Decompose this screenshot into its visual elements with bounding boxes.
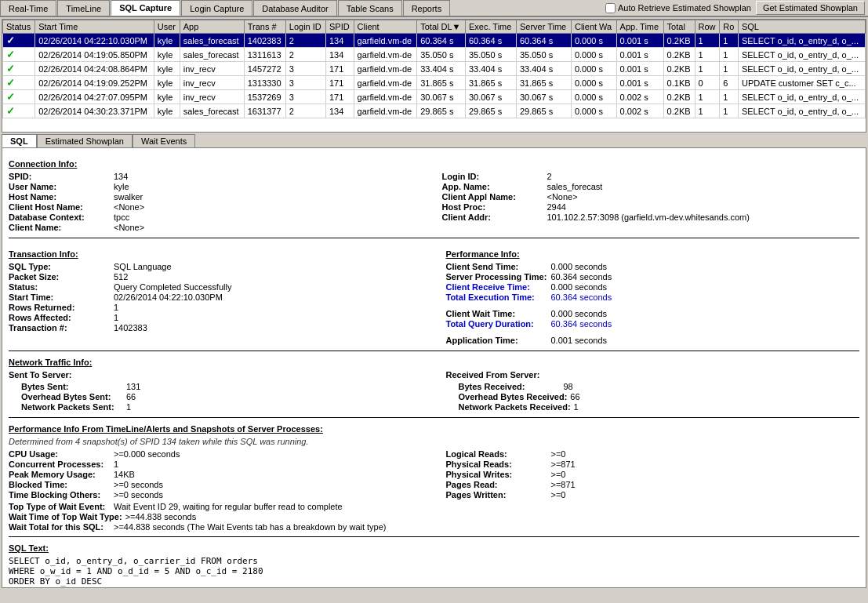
client-addr-value: 101.102.2.57:3098 (garfield.vm-dev.white… [547, 213, 750, 222]
bytes-sent-value: 131 [126, 382, 140, 391]
status-icon: ✓ [6, 77, 15, 89]
col-client[interactable]: Client [354, 20, 417, 34]
auto-retrieve-checkbox[interactable] [605, 3, 616, 13]
network-packets-received-label: Network Packets Received: [459, 402, 571, 412]
col-app-time[interactable]: App. Time [616, 20, 663, 34]
col-app[interactable]: App [180, 20, 244, 34]
concurrent-procs-label: Concurrent Processes: [9, 460, 111, 469]
col-spid[interactable]: SPID [326, 20, 354, 34]
tab-timeline[interactable]: TimeLine [57, 0, 110, 16]
table-row[interactable]: ✓ 02/26/2014 04:30:23.371PM kyle sales_f… [3, 104, 866, 118]
transaction-label: Transaction #: [9, 323, 111, 332]
physical-writes-label: Physical Writes: [446, 470, 548, 479]
db-context-label: Database Context: [9, 213, 111, 222]
col-total-dl[interactable]: Total DL▼ [417, 20, 466, 34]
perf-snapshots-desc: Determined from 4 snapshot(s) of SPID 13… [9, 437, 859, 446]
overhead-bytes-sent-value: 66 [126, 392, 136, 401]
rows-returned-value: 1 [114, 303, 118, 312]
status-icon: ✓ [6, 63, 15, 74]
pages-read-value: >=871 [551, 480, 576, 489]
client-wait-label: Client Wait Time: [446, 309, 548, 318]
client-host-name-value: <None> [114, 202, 144, 212]
col-exec-time[interactable]: Exec. Time [465, 20, 516, 34]
col-sql[interactable]: SQL [738, 20, 865, 34]
tab-database-auditor[interactable]: Database Auditor [253, 0, 336, 16]
auto-retrieve-label[interactable]: Auto Retrieve Estimated Showplan [605, 3, 751, 13]
status-icon: ✓ [6, 49, 15, 60]
col-status[interactable]: Status [3, 20, 35, 34]
pages-read-label: Pages Read: [446, 480, 548, 489]
wait-total-label: Wait Total for this SQL: [9, 522, 111, 532]
sql-line2: WHERE o_w_id = 1 AND o_d_id = 5 AND o_c_… [9, 566, 859, 576]
status-icon: ✓ [6, 35, 15, 46]
col-login-id[interactable]: Login ID [285, 20, 325, 34]
tab-table-scans[interactable]: Table Scans [338, 0, 402, 16]
host-proc-label: Host Proc: [442, 202, 544, 212]
col-row2[interactable]: Ro [720, 20, 739, 34]
db-context-value: tpcc [114, 213, 129, 222]
sql-line1: SELECT o_id, o_entry_d, o_carrier_id FRO… [9, 556, 859, 566]
app-name-label: App. Name: [442, 182, 544, 191]
bytes-sent-label: Bytes Sent: [21, 382, 123, 391]
login-id-label: Login ID: [442, 172, 544, 181]
client-send-time-value: 0.000 seconds [551, 262, 608, 271]
tab-reports[interactable]: Reports [403, 0, 451, 16]
network-packets-sent-label: Network Packets Sent: [21, 402, 123, 412]
bytes-received-value: 98 [564, 382, 573, 391]
tab-login-capture[interactable]: Login Capture [181, 0, 252, 16]
wait-total-value: >=44.838 seconds (The Wait Events tab ha… [114, 522, 387, 532]
col-trans[interactable]: Trans # [244, 20, 285, 34]
concurrent-procs-value: 1 [114, 460, 118, 469]
cpu-usage-value: >=0.000 seconds [114, 449, 180, 459]
top-wait-event-label: Top Type of Wait Event: [9, 502, 111, 511]
user-name-label: User Name: [9, 182, 111, 191]
sql-type-label: SQL Type: [9, 262, 111, 271]
tab-real-time[interactable]: Real-Time [0, 0, 56, 16]
sql-text-block: SELECT o_id, o_entry_d, o_carrier_id FRO… [9, 556, 859, 587]
client-name-value: <None> [114, 223, 144, 232]
col-total[interactable]: Total [663, 20, 695, 34]
client-wait-value: 0.000 seconds [551, 309, 608, 318]
network-packets-sent-value: 1 [126, 402, 131, 412]
packet-size-value: 512 [114, 272, 128, 282]
get-showplan-button[interactable]: Get Estimated Showplan [756, 1, 865, 15]
wait-time-top-value: >=44.838 seconds [125, 512, 197, 521]
user-name-value: kyle [114, 182, 129, 191]
col-client-wa[interactable]: Client Wa [571, 20, 616, 34]
col-user[interactable]: User [154, 20, 180, 34]
detail-tab-wait-events[interactable]: Wait Events [133, 134, 195, 147]
host-name-label: Host Name: [9, 192, 111, 202]
col-server-time[interactable]: Server Time [516, 20, 571, 34]
tab-sql-capture[interactable]: SQL Capture [111, 0, 180, 16]
network-title: Network Traffic Info: [9, 358, 859, 367]
server-processing-label: Server Processing Time: [446, 272, 548, 282]
detail-tab-estimated-showplan[interactable]: Estimated Showplan [37, 134, 133, 147]
pages-written-value: >=0 [551, 490, 566, 499]
physical-reads-label: Physical Reads: [446, 460, 548, 469]
sql-text-title: SQL Text: [9, 543, 859, 553]
col-row1[interactable]: Row [695, 20, 720, 34]
col-start-time[interactable]: Start Time [35, 20, 154, 34]
client-name-label: Client Name: [9, 223, 111, 232]
transaction-value: 1402383 [114, 323, 147, 332]
detail-tab-sql[interactable]: SQL [2, 134, 37, 147]
table-row[interactable]: ✓ 02/26/2014 04:24:08.864PM kyle inv_rec… [3, 62, 866, 76]
overhead-bytes-received-value: 66 [570, 392, 579, 401]
spid-label: SPID: [9, 172, 111, 181]
time-blocking-label: Time Blocking Others: [9, 490, 111, 499]
wait-time-top-label: Wait Time of Top Wait Type: [9, 512, 122, 521]
login-id-value: 2 [547, 172, 552, 181]
client-appl-name-value: <None> [547, 192, 578, 202]
server-processing-value: 60.364 seconds [551, 272, 612, 282]
sql-line3: ORDER BY o_id DESC [9, 576, 859, 587]
client-send-time-label: Client Send Time: [446, 262, 548, 271]
table-row[interactable]: ✓ 02/26/2014 04:22:10.030PM kyle sales_f… [3, 34, 866, 48]
table-row[interactable]: ✓ 02/26/2014 04:19:05.850PM kyle sales_f… [3, 48, 866, 62]
total-query-value: 60.364 seconds [551, 319, 612, 329]
table-row[interactable]: ✓ 02/26/2014 04:27:07.095PM kyle inv_rec… [3, 90, 866, 104]
status-icon: ✓ [6, 91, 15, 103]
table-row[interactable]: ✓ 02/26/2014 04:19:09.252PM kyle inv_rec… [3, 76, 866, 90]
status-icon: ✓ [6, 105, 15, 117]
rows-returned-label: Rows Returned: [9, 303, 111, 312]
total-query-label: Total Query Duration: [446, 319, 548, 329]
